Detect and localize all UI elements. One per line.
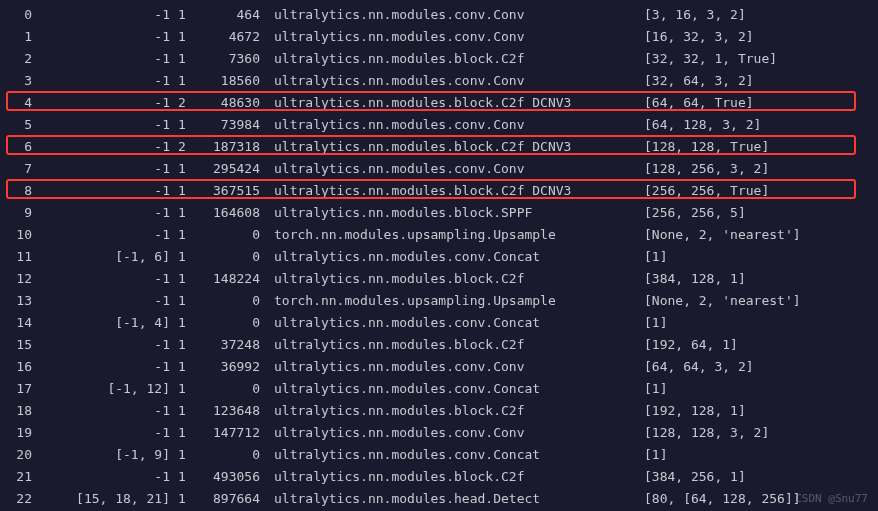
- cell-args: [128, 128, 3, 2]: [644, 422, 870, 444]
- cell-from: -1: [38, 466, 178, 488]
- table-row: 13-110torch.nn.modules.upsampling.Upsamp…: [8, 290, 870, 312]
- cell-args: [128, 128, True]: [644, 136, 870, 158]
- cell-from: -1: [38, 70, 178, 92]
- cell-n: 1: [178, 114, 204, 136]
- cell-args: [1]: [644, 378, 870, 400]
- cell-from: [-1, 9]: [38, 444, 178, 466]
- cell-idx: 12: [8, 268, 38, 290]
- cell-params: 148224: [204, 268, 274, 290]
- cell-args: [32, 32, 1, True]: [644, 48, 870, 70]
- cell-idx: 7: [8, 158, 38, 180]
- cell-module: ultralytics.nn.modules.block.C2f: [274, 48, 644, 70]
- cell-n: 1: [178, 70, 204, 92]
- cell-n: 1: [178, 356, 204, 378]
- cell-idx: 4: [8, 92, 38, 114]
- cell-from: [-1, 4]: [38, 312, 178, 334]
- cell-params: 4672: [204, 26, 274, 48]
- cell-args: [None, 2, 'nearest']: [644, 224, 870, 246]
- watermark-text: CSDN @Snu77: [795, 492, 868, 505]
- cell-args: [3, 16, 3, 2]: [644, 4, 870, 26]
- cell-args: [64, 64, True]: [644, 92, 870, 114]
- cell-module: ultralytics.nn.modules.conv.Concat: [274, 378, 644, 400]
- cell-args: [192, 128, 1]: [644, 400, 870, 422]
- cell-n: 1: [178, 202, 204, 224]
- cell-params: 464: [204, 4, 274, 26]
- cell-idx: 19: [8, 422, 38, 444]
- cell-from: [15, 18, 21]: [38, 488, 178, 510]
- cell-args: [384, 256, 1]: [644, 466, 870, 488]
- cell-idx: 1: [8, 26, 38, 48]
- cell-args: [16, 32, 3, 2]: [644, 26, 870, 48]
- cell-params: 0: [204, 378, 274, 400]
- cell-module: ultralytics.nn.modules.head.Detect: [274, 488, 644, 510]
- cell-args: [1]: [644, 246, 870, 268]
- cell-n: 1: [178, 444, 204, 466]
- cell-n: 1: [178, 268, 204, 290]
- table-row: 7-11295424ultralytics.nn.modules.conv.Co…: [8, 158, 870, 180]
- table-row: 20[-1, 9]10ultralytics.nn.modules.conv.C…: [8, 444, 870, 466]
- table-row: 11[-1, 6]10ultralytics.nn.modules.conv.C…: [8, 246, 870, 268]
- cell-module: ultralytics.nn.modules.conv.Conv: [274, 114, 644, 136]
- cell-idx: 20: [8, 444, 38, 466]
- cell-params: 0: [204, 312, 274, 334]
- cell-n: 2: [178, 92, 204, 114]
- cell-n: 1: [178, 224, 204, 246]
- table-row: 15-1137248ultralytics.nn.modules.block.C…: [8, 334, 870, 356]
- cell-params: 0: [204, 290, 274, 312]
- cell-n: 1: [178, 378, 204, 400]
- cell-n: 1: [178, 48, 204, 70]
- cell-from: -1: [38, 26, 178, 48]
- table-row: 4-1248630ultralytics.nn.modules.block.C2…: [8, 92, 870, 114]
- cell-n: 1: [178, 180, 204, 202]
- cell-idx: 2: [8, 48, 38, 70]
- cell-n: 1: [178, 26, 204, 48]
- cell-args: [1]: [644, 312, 870, 334]
- cell-idx: 22: [8, 488, 38, 510]
- cell-params: 295424: [204, 158, 274, 180]
- cell-module: ultralytics.nn.modules.conv.Concat: [274, 312, 644, 334]
- table-row: 6-12187318ultralytics.nn.modules.block.C…: [8, 136, 870, 158]
- cell-params: 0: [204, 444, 274, 466]
- cell-args: [128, 256, 3, 2]: [644, 158, 870, 180]
- table-row: 2-117360ultralytics.nn.modules.block.C2f…: [8, 48, 870, 70]
- cell-from: -1: [38, 114, 178, 136]
- cell-n: 1: [178, 400, 204, 422]
- cell-from: -1: [38, 4, 178, 26]
- cell-from: -1: [38, 290, 178, 312]
- cell-from: [-1, 12]: [38, 378, 178, 400]
- cell-args: [1]: [644, 444, 870, 466]
- cell-params: 7360: [204, 48, 274, 70]
- cell-module: ultralytics.nn.modules.conv.Conv: [274, 158, 644, 180]
- cell-idx: 17: [8, 378, 38, 400]
- cell-params: 897664: [204, 488, 274, 510]
- cell-module: ultralytics.nn.modules.block.C2f_DCNV3: [274, 136, 644, 158]
- cell-idx: 16: [8, 356, 38, 378]
- table-row: 8-11367515ultralytics.nn.modules.block.C…: [8, 180, 870, 202]
- cell-params: 0: [204, 224, 274, 246]
- cell-from: -1: [38, 202, 178, 224]
- cell-idx: 21: [8, 466, 38, 488]
- cell-n: 1: [178, 312, 204, 334]
- table-row: 9-11164608ultralytics.nn.modules.block.S…: [8, 202, 870, 224]
- table-row: 19-11147712ultralytics.nn.modules.conv.C…: [8, 422, 870, 444]
- cell-from: -1: [38, 334, 178, 356]
- cell-module: ultralytics.nn.modules.conv.Concat: [274, 444, 644, 466]
- cell-from: -1: [38, 268, 178, 290]
- cell-idx: 6: [8, 136, 38, 158]
- cell-params: 367515: [204, 180, 274, 202]
- cell-n: 1: [178, 466, 204, 488]
- table-row: 16-1136992ultralytics.nn.modules.conv.Co…: [8, 356, 870, 378]
- cell-module: ultralytics.nn.modules.conv.Conv: [274, 356, 644, 378]
- cell-params: 48630: [204, 92, 274, 114]
- cell-args: [64, 128, 3, 2]: [644, 114, 870, 136]
- cell-params: 36992: [204, 356, 274, 378]
- cell-args: [192, 64, 1]: [644, 334, 870, 356]
- table-row: 18-11123648ultralytics.nn.modules.block.…: [8, 400, 870, 422]
- cell-module: ultralytics.nn.modules.block.C2f_DCNV3: [274, 92, 644, 114]
- cell-args: [384, 128, 1]: [644, 268, 870, 290]
- cell-module: ultralytics.nn.modules.block.C2f: [274, 334, 644, 356]
- table-row: 1-114672ultralytics.nn.modules.conv.Conv…: [8, 26, 870, 48]
- table-row: 5-1173984ultralytics.nn.modules.conv.Con…: [8, 114, 870, 136]
- table-row: 17[-1, 12]10ultralytics.nn.modules.conv.…: [8, 378, 870, 400]
- table-row: 3-1118560ultralytics.nn.modules.conv.Con…: [8, 70, 870, 92]
